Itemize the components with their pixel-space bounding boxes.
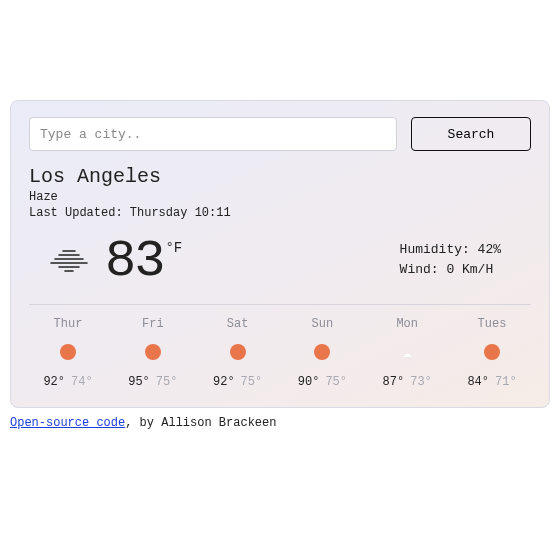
city-input[interactable] [29, 117, 397, 151]
weather-card: Search Los Angeles Haze Last Updated: Th… [10, 100, 550, 408]
forecast-day-label: Tues [457, 317, 527, 331]
forecast-day-label: Thur [33, 317, 103, 331]
forecast-lo: 75° [241, 375, 263, 389]
forecast-day: Fri 95°75° [118, 317, 188, 389]
city-name: Los Angeles [29, 165, 531, 188]
humidity-text: Humidity: 42% [400, 240, 501, 260]
forecast-lo: 74° [71, 375, 93, 389]
forecast-day-label: Mon [372, 317, 442, 331]
source-link[interactable]: Open-source code [10, 416, 125, 430]
current-temp: 83 [105, 236, 163, 288]
forecast-hi: 84° [467, 375, 489, 389]
haze-icon [49, 247, 89, 277]
forecast-hi: 90° [298, 375, 320, 389]
forecast-row: Thur 92°74° Fri 95°75° Sat 92°75° Sun 90… [29, 317, 531, 389]
forecast-lo: 75° [325, 375, 347, 389]
forecast-day-label: Fri [118, 317, 188, 331]
search-button[interactable]: Search [411, 117, 531, 151]
footer: Open-source code, by Allison Brackeen [10, 416, 550, 430]
forecast-day: Mon ☁ 87°73° [372, 317, 442, 389]
forecast-hi: 92° [213, 375, 235, 389]
temp-unit: °F [165, 240, 182, 256]
sunny-icon [203, 341, 273, 363]
sunny-icon [457, 341, 527, 363]
forecast-day: Sun 90°75° [287, 317, 357, 389]
forecast-hi: 92° [43, 375, 65, 389]
sunny-icon [33, 341, 103, 363]
forecast-hi: 87° [383, 375, 405, 389]
forecast-day-label: Sun [287, 317, 357, 331]
condition-text: Haze [29, 190, 531, 204]
sunny-icon [287, 341, 357, 363]
sunny-icon [118, 341, 188, 363]
last-updated: Last Updated: Thursday 10:11 [29, 206, 531, 220]
forecast-day: Tues 84°71° [457, 317, 527, 389]
wind-text: Wind: 0 Km/H [400, 260, 501, 280]
forecast-day-label: Sat [203, 317, 273, 331]
cloud-icon: ☁ [372, 341, 442, 363]
forecast-lo: 73° [410, 375, 432, 389]
current-conditions: 83 °F Humidity: 42% Wind: 0 Km/H [29, 230, 531, 304]
forecast-day: Sat 92°75° [203, 317, 273, 389]
forecast-lo: 75° [156, 375, 178, 389]
forecast-day: Thur 92°74° [33, 317, 103, 389]
search-row: Search [29, 117, 531, 151]
footer-author: , by Allison Brackeen [125, 416, 276, 430]
forecast-lo: 71° [495, 375, 517, 389]
forecast-hi: 95° [128, 375, 150, 389]
divider [29, 304, 531, 305]
